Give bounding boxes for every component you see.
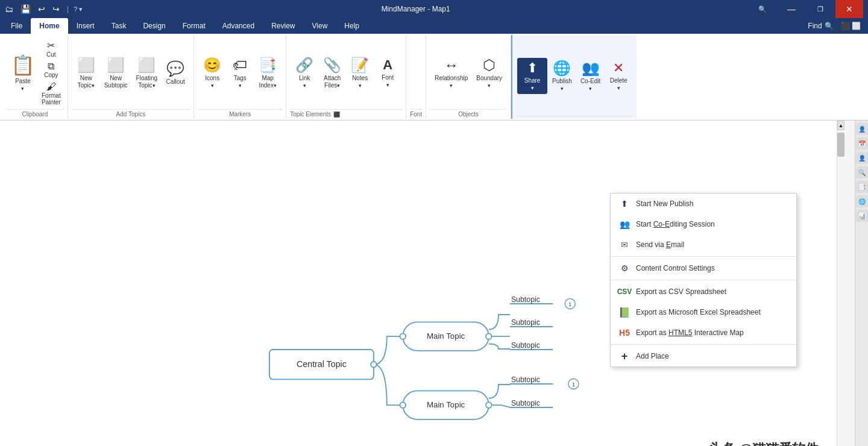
relationship-button[interactable]: ↔ Relationship▾ <box>431 54 471 92</box>
separator-3 <box>611 344 796 345</box>
format-painter-button[interactable]: 🖌 FormatPainter <box>40 80 63 107</box>
tab-view[interactable]: View <box>304 18 336 34</box>
right-sidebar: ▲ ▼ <box>837 121 855 446</box>
separator-2 <box>611 280 796 280</box>
new-subtopic-icon: ⬜ <box>107 57 125 74</box>
svg-text:Main Topic: Main Topic <box>427 400 465 409</box>
boundary-icon: ⬡ <box>483 57 495 74</box>
callout-icon: 💬 <box>166 60 184 77</box>
scroll-thumb[interactable] <box>837 133 844 157</box>
group-share: ⬆ Share▾ 🌐 Publish▾ 👥 Co-Edit▾ ✕ Delete▾ <box>511 35 637 119</box>
callout-button[interactable]: 💬 Callout <box>162 58 189 88</box>
quick-access-toolbar: 🗂 💾 ↩ ↪ | ? ▾ <box>5 3 83 15</box>
email-menu-icon: ✉ <box>619 239 630 250</box>
tab-help[interactable]: Help <box>336 18 368 34</box>
floating-topic-button[interactable]: ⬜ FloatingTopic▾ <box>133 54 162 92</box>
co-edit-button[interactable]: 👥 Co-Edit▾ <box>577 57 604 95</box>
font-buttons <box>410 36 422 109</box>
sidebar-icon-3[interactable]: 👤 <box>856 152 868 164</box>
icons-button[interactable]: 😊 Icons▾ <box>199 54 225 92</box>
tab-advanced[interactable]: Advanced <box>214 18 263 34</box>
objects-buttons: ↔ Relationship▾ ⬡ Boundary▾ <box>430 36 507 109</box>
app-icon: 🗂 <box>5 4 13 14</box>
delete-button[interactable]: ✕ Delete▾ <box>605 58 632 94</box>
tab-insert[interactable]: Insert <box>68 18 103 34</box>
share-dropdown-menu: ⬆ Start New Publish 👥 Start Co-Editing S… <box>610 193 797 367</box>
link-button[interactable]: 🔗 Link▾ <box>291 54 318 92</box>
sidebar-icon-7[interactable]: 📊 <box>856 210 868 222</box>
dropdown-start-co-editing[interactable]: 👥 Start Co-Editing Session <box>611 214 796 234</box>
copy-icon: ⧉ <box>48 61 54 72</box>
add-topics-label: Add Topics <box>72 109 190 118</box>
map-index-button[interactable]: 📑 MapIndex▾ <box>254 54 281 92</box>
quick-save-btn[interactable]: 💾 <box>18 3 33 15</box>
sidebar-icon-6[interactable]: 🌐 <box>856 195 868 207</box>
topic-font-button[interactable]: A Font▾ <box>374 55 401 91</box>
share-button[interactable]: ⬆ Share▾ <box>517 58 547 94</box>
scroll-up-arrow[interactable]: ▲ <box>837 121 844 130</box>
share-icon: ⬆ <box>527 60 538 76</box>
dropdown-export-html5[interactable]: H5 Export as HTML5 Interactive Map <box>611 322 796 343</box>
find-icon: 🔍 <box>825 22 834 30</box>
cut-button[interactable]: ✂ Cut <box>40 39 63 59</box>
dropdown-export-csv[interactable]: CSV Export as CSV Spreadsheet <box>611 281 796 302</box>
tab-file[interactable]: File <box>2 18 31 34</box>
svg-text:Subtopic: Subtopic <box>511 295 540 304</box>
tab-task[interactable]: Task <box>103 18 135 34</box>
notes-button[interactable]: 📝 Notes▾ <box>347 54 373 92</box>
group-markers: 😊 Icons▾ 🏷 Tags▾ 📑 MapIndex▾ Markers <box>194 35 286 119</box>
win-close-btn[interactable]: ✕ <box>835 0 863 18</box>
new-subtopic-button[interactable]: ⬜ NewSubtopic <box>101 54 131 92</box>
add-topics-buttons: ⬜ NewTopic▾ ⬜ NewSubtopic ⬜ FloatingTopi… <box>72 36 190 109</box>
share-label <box>516 116 633 118</box>
csv-icon: CSV <box>619 286 630 297</box>
tags-button[interactable]: 🏷 Tags▾ <box>227 54 253 92</box>
sidebar-icon-5[interactable]: 📑 <box>856 181 868 193</box>
dropdown-export-excel[interactable]: 📗 Export as Microsoft Excel Spreadsheet <box>611 302 796 322</box>
cut-icon: ✂ <box>47 40 55 51</box>
sidebar-icon-1[interactable]: 👤 <box>856 123 868 135</box>
svg-point-18 <box>400 402 406 408</box>
svg-point-17 <box>486 402 492 408</box>
format-painter-icon: 🖌 <box>46 81 56 92</box>
clipboard-label: Clipboard <box>6 109 64 118</box>
dropdown-start-new-publish[interactable]: ⬆ Start New Publish <box>611 193 796 214</box>
quick-redo-btn[interactable]: ↪ <box>50 3 62 15</box>
canvas-area[interactable]: Central Topic Main Topic Subtopic 1 Subt… <box>0 121 837 446</box>
co-edit-menu-icon: 👥 <box>619 219 630 230</box>
scroll-track <box>837 130 855 446</box>
markers-buttons: 😊 Icons▾ 🏷 Tags▾ 📑 MapIndex▾ <box>198 36 282 109</box>
icons-icon: 😊 <box>203 57 221 74</box>
group-font: Font <box>406 35 426 119</box>
win-search-btn[interactable]: 🔍 <box>749 0 776 18</box>
attach-files-button[interactable]: 📎 AttachFiles▾ <box>319 54 345 92</box>
new-topic-button[interactable]: ⬜ NewTopic▾ <box>73 54 99 92</box>
html5-icon: H5 <box>619 327 630 338</box>
sidebar-icon-4[interactable]: 🔍 <box>856 166 868 178</box>
win-min-btn[interactable]: — <box>778 0 805 18</box>
tab-format[interactable]: Format <box>174 18 214 34</box>
quick-undo-btn[interactable]: ↩ <box>36 3 48 15</box>
svg-text:Subtopic: Subtopic <box>511 318 540 327</box>
relationship-icon: ↔ <box>444 57 459 74</box>
svg-text:Subtopic: Subtopic <box>511 399 540 407</box>
objects-label: Objects <box>430 109 507 118</box>
tab-home[interactable]: Home <box>31 18 68 34</box>
map-index-icon: 📑 <box>259 57 277 74</box>
dropdown-send-email[interactable]: ✉ Send via Email <box>611 234 796 255</box>
svg-text:Central Topic: Central Topic <box>297 359 347 369</box>
paste-button[interactable]: 📋 Paste▾ <box>7 51 39 95</box>
dropdown-content-control[interactable]: ⚙ Content Control Settings <box>611 258 796 278</box>
tab-review[interactable]: Review <box>263 18 303 34</box>
boundary-button[interactable]: ⬡ Boundary▾ <box>473 54 506 92</box>
sidebar-icon-2[interactable]: 📅 <box>856 137 868 149</box>
ribbon-find[interactable]: Find 🔍 ⬛ ⬜ <box>803 19 866 33</box>
copy-button[interactable]: ⧉ Copy <box>40 60 63 80</box>
win-max-btn[interactable]: ❐ <box>807 0 834 18</box>
dropdown-add-place[interactable]: + Add Place <box>611 346 796 366</box>
group-add-topics: ⬜ NewTopic▾ ⬜ NewSubtopic ⬜ FloatingTopi… <box>68 35 195 119</box>
publish-button[interactable]: 🌐 Publish▾ <box>549 57 576 95</box>
separator-1 <box>611 256 796 257</box>
small-clipboard-btns: ✂ Cut ⧉ Copy 🖌 FormatPainter <box>40 39 63 107</box>
tab-design[interactable]: Design <box>134 18 174 34</box>
